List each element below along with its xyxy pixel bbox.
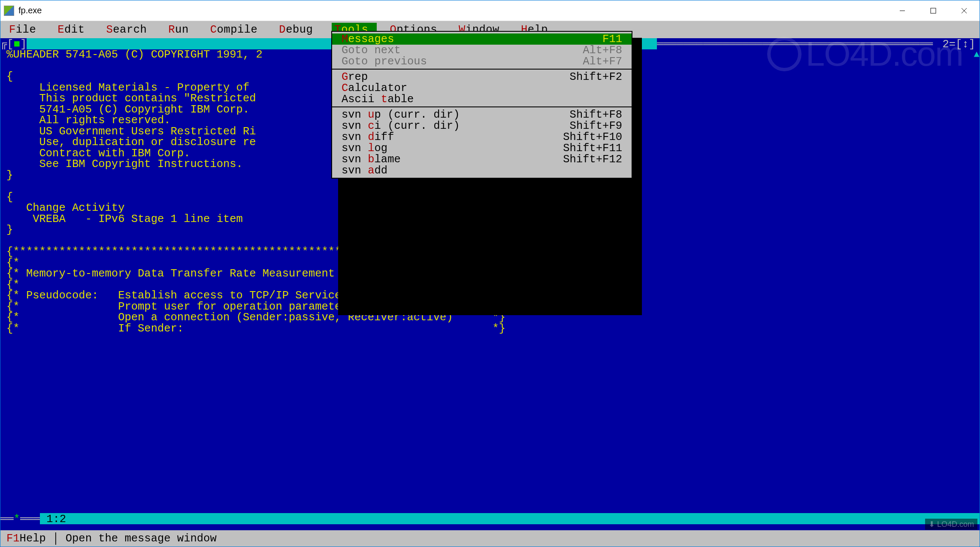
close-button[interactable] <box>949 1 980 21</box>
menu-separator <box>332 106 632 107</box>
menu-item-ascii-table[interactable]: Ascii table <box>332 94 632 105</box>
menu-item-svn-add[interactable]: svn add <box>332 165 632 176</box>
menu-item-svn-log[interactable]: svn logShift+F11 <box>332 143 632 154</box>
frame-bottom-border: ══*═══ 1:2 ═════════════════════════════… <box>0 513 980 524</box>
window-number-indicator: 2=[↕] <box>942 38 975 51</box>
menu-item-grep[interactable]: GrepShift+F2 <box>332 71 632 82</box>
menu-item-svn-ci-curr-dir[interactable]: svn ci (curr. dir)Shift+F9 <box>332 120 632 131</box>
tools-menu-dropdown: MessagesF11Goto nextAlt+F8Goto previousA… <box>331 31 632 179</box>
maximize-button[interactable] <box>918 1 949 21</box>
vertical-scrollbar[interactable]: ▲ <box>974 49 980 513</box>
minimize-button[interactable] <box>887 1 918 21</box>
scroll-up-icon[interactable]: ▲ <box>974 49 980 60</box>
window-controls <box>887 1 980 21</box>
statusbar: F1 Help │ Open the message window <box>0 530 980 547</box>
titlebar: fp.exe <box>0 0 980 21</box>
menu-item-goto-previous: Goto previousAlt+F7 <box>332 56 632 67</box>
menu-compile[interactable]: Compile <box>208 23 266 37</box>
menu-edit[interactable]: Edit <box>55 23 93 37</box>
menu-item-goto-next: Goto nextAlt+F8 <box>332 45 632 56</box>
menu-file[interactable]: File <box>6 23 45 37</box>
window-title: fp.exe <box>18 6 887 15</box>
menu-item-svn-up-curr-dir[interactable]: svn up (curr. dir)Shift+F8 <box>332 109 632 120</box>
menu-run[interactable]: Run <box>166 23 197 37</box>
app-icon <box>4 6 14 16</box>
menu-item-svn-diff[interactable]: svn diffShift+F10 <box>332 131 632 143</box>
menu-item-messages[interactable]: MessagesF11 <box>332 33 632 45</box>
status-text: Help │ Open the message window <box>20 532 217 545</box>
menu-search[interactable]: Search <box>103 23 155 37</box>
menu-separator <box>332 69 632 70</box>
menu-item-calculator[interactable]: Calculator <box>332 82 632 94</box>
menu-item-svn-blame[interactable]: svn blameShift+F12 <box>332 154 632 165</box>
svg-rect-1 <box>931 8 936 13</box>
footer-watermark: ⬇ LO4D.com <box>925 519 977 530</box>
menu-debug[interactable]: Debug <box>276 23 321 37</box>
status-key: F1 <box>6 532 20 545</box>
